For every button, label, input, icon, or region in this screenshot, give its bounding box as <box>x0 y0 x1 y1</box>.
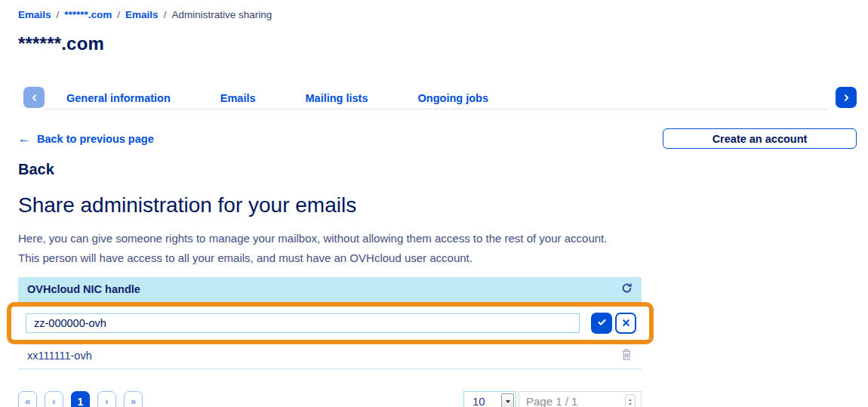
breadcrumb-emails-2[interactable]: Emails <box>125 9 159 20</box>
annotation-highlight <box>7 302 654 344</box>
back-link-label: Back to previous page <box>37 133 154 145</box>
description-text: Here, you can give someone rights to man… <box>18 229 631 267</box>
breadcrumb: Emails / ******.com / Emails / Administr… <box>18 9 857 20</box>
page-size-value: 10 <box>464 395 501 407</box>
chevron-left-icon <box>31 92 38 103</box>
confirm-button[interactable] <box>591 313 612 334</box>
share-administration-heading: Share administration for your emails <box>18 193 857 217</box>
last-page-button[interactable]: » <box>124 391 143 407</box>
page-title: ******.com <box>18 33 857 54</box>
column-header-nic-handle: OVHcloud NIC handle <box>27 283 140 295</box>
table-row: xx111111-ovh <box>18 344 642 369</box>
dropdown-arrow-icon <box>501 393 514 407</box>
refresh-button[interactable] <box>621 282 633 296</box>
create-an-account-button[interactable]: Create an account <box>663 128 857 149</box>
delete-button[interactable] <box>620 348 633 363</box>
page-indicator[interactable]: Page 1 / 1 ▴ ▾ <box>519 391 642 407</box>
next-page-button[interactable]: › <box>97 391 116 407</box>
pager-buttons: « ‹ 1 › » <box>18 391 143 407</box>
tab-ongoing-jobs[interactable]: Ongoing jobs <box>418 92 488 104</box>
add-nic-handle-row <box>26 313 636 334</box>
page-spinner[interactable]: ▴ ▾ <box>625 394 636 407</box>
actions-row: ← Back to previous page Create an accoun… <box>18 128 857 149</box>
tab-list: General information Emails Mailing lists… <box>45 87 828 109</box>
tabs-scroll-right-button[interactable] <box>836 87 857 108</box>
breadcrumb-separator: / <box>164 9 167 20</box>
tab-bar: General information Emails Mailing lists… <box>23 87 857 109</box>
tab-general-information[interactable]: General information <box>66 92 171 104</box>
page-1-button[interactable]: 1 <box>71 391 90 407</box>
tabs-scroll-left-button[interactable] <box>23 87 45 108</box>
back-to-previous-page-link[interactable]: ← Back to previous page <box>18 132 154 146</box>
tab-mailing-lists[interactable]: Mailing lists <box>306 92 368 104</box>
spinner-down-icon: ▾ <box>629 402 631 406</box>
nic-handle-value: xx111111-ovh <box>27 350 92 362</box>
back-heading: Back <box>18 161 857 178</box>
page: Emails / ******.com / Emails / Administr… <box>0 0 868 407</box>
breadcrumb-current: Administrative sharing <box>171 9 272 20</box>
table-header: OVHcloud NIC handle <box>18 277 642 302</box>
check-icon <box>597 317 607 329</box>
tab-emails[interactable]: Emails <box>220 92 256 104</box>
trash-icon <box>620 348 633 363</box>
page-indicator-label: Page 1 / 1 <box>526 395 625 407</box>
arrow-left-icon: ← <box>18 132 30 146</box>
chevron-right-icon <box>843 92 850 103</box>
refresh-icon <box>621 282 633 296</box>
breadcrumb-domain[interactable]: ******.com <box>64 9 112 20</box>
close-icon <box>622 318 630 329</box>
nic-handle-table: OVHcloud NIC handle <box>18 277 642 369</box>
cancel-button[interactable] <box>615 313 636 334</box>
first-page-button[interactable]: « <box>18 391 37 407</box>
previous-page-button[interactable]: ‹ <box>45 391 63 407</box>
page-size-select[interactable]: 10 <box>463 391 516 407</box>
pagination: « ‹ 1 › » 10 Page 1 / 1 ▴ ▾ <box>18 391 642 407</box>
breadcrumb-separator: / <box>117 9 120 20</box>
breadcrumb-separator: / <box>57 9 60 20</box>
breadcrumb-emails[interactable]: Emails <box>18 9 51 20</box>
nic-handle-input[interactable] <box>26 313 580 333</box>
